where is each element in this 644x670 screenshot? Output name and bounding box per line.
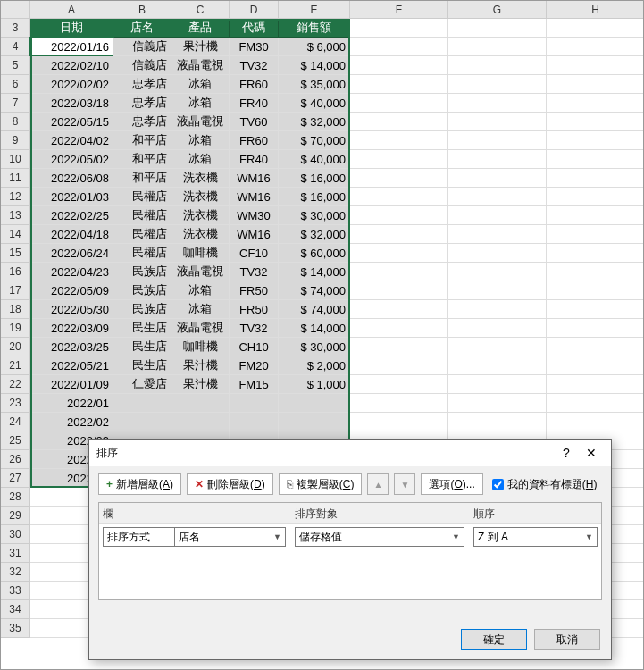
row-header[interactable]: 35 xyxy=(1,619,30,638)
cell[interactable]: $ 30,000 xyxy=(279,338,350,356)
column-select[interactable]: 店名 ▼ xyxy=(174,527,286,547)
cell[interactable] xyxy=(448,281,547,300)
copy-level-button[interactable]: ⎘ 複製層級(C) xyxy=(279,473,363,495)
row-header[interactable]: 11 xyxy=(1,169,30,188)
cell[interactable]: 洗衣機 xyxy=(171,225,230,244)
row-header[interactable]: 21 xyxy=(1,356,30,375)
row-header[interactable]: 7 xyxy=(1,94,30,113)
row-header[interactable]: 27 xyxy=(1,469,30,488)
cell[interactable] xyxy=(547,131,644,150)
cell[interactable] xyxy=(448,94,547,113)
cell[interactable]: 果汁機 xyxy=(171,375,230,394)
cell[interactable] xyxy=(547,300,644,319)
cell[interactable]: 店名 xyxy=(113,19,171,38)
cell[interactable] xyxy=(547,169,644,188)
cell[interactable] xyxy=(448,75,547,94)
cell[interactable] xyxy=(448,338,547,356)
cell[interactable]: 民權店 xyxy=(113,188,171,206)
cell[interactable] xyxy=(547,56,644,75)
cell[interactable]: TV32 xyxy=(230,319,279,338)
cell[interactable] xyxy=(350,413,448,431)
add-level-button[interactable]: + 新增層級(A) xyxy=(98,473,181,495)
options-button[interactable]: 選項(O)... xyxy=(421,473,482,495)
cell[interactable] xyxy=(230,413,279,431)
cell[interactable]: TV32 xyxy=(230,263,279,281)
cell[interactable]: FR50 xyxy=(230,281,279,300)
cell[interactable]: $ 70,000 xyxy=(279,131,350,150)
cell[interactable]: 2022/03/18 xyxy=(30,94,113,113)
cell[interactable]: 2022/05/30 xyxy=(30,300,113,319)
cell[interactable]: 民生店 xyxy=(113,319,171,338)
cell[interactable]: 液晶電視 xyxy=(171,319,230,338)
cell[interactable]: 信義店 xyxy=(113,38,171,56)
help-icon[interactable]: ? xyxy=(554,446,579,460)
cell[interactable]: 民族店 xyxy=(113,263,171,281)
cell[interactable]: 冰箱 xyxy=(171,131,230,150)
cell[interactable] xyxy=(448,300,547,319)
row-header[interactable]: 3 xyxy=(1,19,30,38)
cell[interactable]: 代碼 xyxy=(230,19,279,38)
cell[interactable]: FM20 xyxy=(230,356,279,375)
cell[interactable] xyxy=(547,206,644,225)
cell[interactable]: 冰箱 xyxy=(171,75,230,94)
column-header[interactable]: H xyxy=(547,1,644,19)
row-header[interactable]: 23 xyxy=(1,394,30,413)
row-header[interactable]: 19 xyxy=(1,319,30,338)
cell[interactable] xyxy=(448,56,547,75)
cell[interactable] xyxy=(547,244,644,263)
cell[interactable] xyxy=(279,413,350,431)
row-header[interactable]: 34 xyxy=(1,600,30,619)
cell[interactable]: $ 74,000 xyxy=(279,281,350,300)
cell[interactable]: WM30 xyxy=(230,206,279,225)
cell[interactable]: 冰箱 xyxy=(171,281,230,300)
cell[interactable]: 2022/03/25 xyxy=(30,338,113,356)
cell[interactable] xyxy=(547,319,644,338)
cell[interactable] xyxy=(350,244,448,263)
order-select[interactable]: Z 到 A ▼ xyxy=(473,527,598,547)
column-header[interactable]: F xyxy=(350,1,448,19)
cell[interactable]: FR50 xyxy=(230,300,279,319)
row-header[interactable]: 18 xyxy=(1,300,30,319)
move-down-button[interactable]: ▼ xyxy=(394,473,415,495)
cell[interactable] xyxy=(113,394,171,413)
cell[interactable] xyxy=(547,281,644,300)
cell[interactable]: $ 40,000 xyxy=(279,150,350,169)
row-header[interactable]: 9 xyxy=(1,131,30,150)
cell[interactable]: $ 14,000 xyxy=(279,56,350,75)
cell[interactable]: 2022/01/03 xyxy=(30,188,113,206)
cell[interactable]: 銷售額 xyxy=(279,19,350,38)
cell[interactable]: 2022/05/09 xyxy=(30,281,113,300)
cell[interactable]: 2022/02/02 xyxy=(30,75,113,94)
cell[interactable]: WM16 xyxy=(230,225,279,244)
cell[interactable]: 2022/02/25 xyxy=(30,206,113,225)
cell[interactable] xyxy=(350,375,448,394)
cell[interactable] xyxy=(350,338,448,356)
row-header[interactable]: 8 xyxy=(1,113,30,131)
has-headers-checkbox[interactable]: 我的資料有標題(H) xyxy=(492,477,598,492)
cell[interactable]: FR60 xyxy=(230,75,279,94)
cell[interactable]: 洗衣機 xyxy=(171,188,230,206)
cell[interactable]: 液晶電視 xyxy=(171,113,230,131)
cell[interactable]: 2022/01 xyxy=(30,394,113,413)
column-header[interactable]: A xyxy=(30,1,113,19)
cell[interactable]: $ 16,000 xyxy=(279,169,350,188)
cell[interactable]: 日期 xyxy=(30,19,113,38)
cell[interactable] xyxy=(448,394,547,413)
row-header[interactable]: 33 xyxy=(1,582,30,600)
cell[interactable] xyxy=(448,206,547,225)
cell[interactable] xyxy=(350,169,448,188)
cell[interactable]: 2022/01/16 xyxy=(30,38,113,56)
column-header[interactable]: B xyxy=(113,1,171,19)
row-header[interactable]: 25 xyxy=(1,431,30,450)
cell[interactable] xyxy=(448,356,547,375)
cell[interactable]: 2022/04/23 xyxy=(30,263,113,281)
row-header[interactable]: 17 xyxy=(1,281,30,300)
cell[interactable]: 2022/06/08 xyxy=(30,169,113,188)
cell[interactable] xyxy=(350,300,448,319)
row-header[interactable]: 12 xyxy=(1,188,30,206)
cell[interactable]: $ 60,000 xyxy=(279,244,350,263)
delete-level-button[interactable]: ✕ 刪除層級(D) xyxy=(187,473,273,495)
cell[interactable] xyxy=(230,394,279,413)
column-header[interactable]: G xyxy=(448,1,547,19)
cell[interactable]: 民族店 xyxy=(113,300,171,319)
